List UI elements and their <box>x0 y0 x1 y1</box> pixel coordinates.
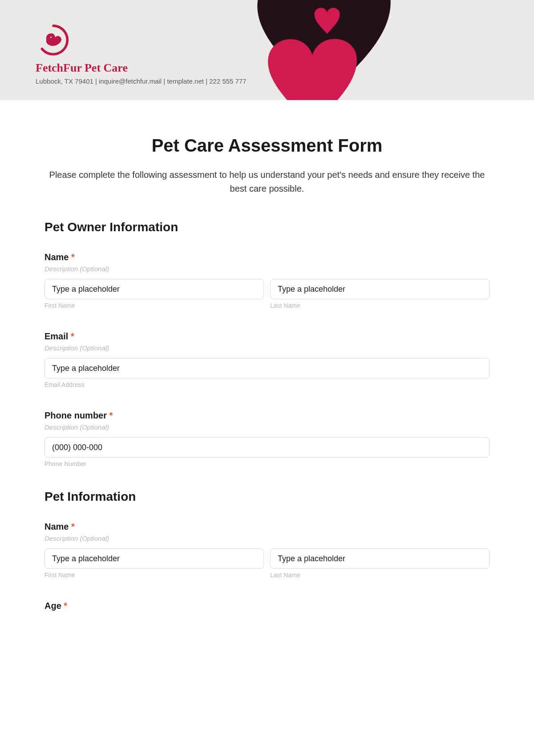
brand-logo-icon <box>36 22 71 58</box>
field-label: Phone number * <box>44 410 490 421</box>
field-owner-phone: Phone number * Description (Optional) Ph… <box>44 410 490 467</box>
required-indicator: * <box>71 522 75 531</box>
owner-first-name-input[interactable] <box>44 279 264 299</box>
form-content: Pet Care Assessment Form Please complete… <box>0 100 534 631</box>
field-description: Description (Optional) <box>44 423 490 431</box>
form-title: Pet Care Assessment Form <box>44 136 490 156</box>
field-description: Description (Optional) <box>44 535 490 542</box>
required-indicator: * <box>71 331 74 341</box>
field-label: Name * <box>44 522 490 532</box>
sublabel-email: Email Address <box>44 381 490 388</box>
field-owner-email: Email * Description (Optional) Email Add… <box>44 331 490 388</box>
field-pet-name: Name * Description (Optional) First Name… <box>44 522 490 579</box>
pet-last-name-input[interactable] <box>270 548 490 569</box>
owner-email-input[interactable] <box>44 358 490 378</box>
header-banner: FetchFur Pet Care Lubbock, TX 79401 | in… <box>0 0 534 100</box>
sublabel-first-name: First Name <box>44 302 264 309</box>
field-label: Age * <box>44 601 490 611</box>
required-indicator: * <box>109 410 113 420</box>
heart-decoration <box>245 0 534 100</box>
sublabel-last-name: Last Name <box>270 571 490 579</box>
label-text: Name <box>44 522 69 531</box>
field-label: Name * <box>44 252 490 262</box>
logo-block: FetchFur Pet Care Lubbock, TX 79401 | in… <box>36 22 247 85</box>
pet-first-name-input[interactable] <box>44 548 264 569</box>
label-text: Age <box>44 601 61 611</box>
label-text: Name <box>44 252 69 262</box>
field-description: Description (Optional) <box>44 265 490 273</box>
label-text: Email <box>44 331 68 341</box>
field-description: Description (Optional) <box>44 344 490 352</box>
sublabel-last-name: Last Name <box>270 302 490 309</box>
field-owner-name: Name * Description (Optional) First Name… <box>44 252 490 309</box>
owner-last-name-input[interactable] <box>270 279 490 299</box>
owner-phone-input[interactable] <box>44 437 490 458</box>
field-label: Email * <box>44 331 490 342</box>
sublabel-phone: Phone Number <box>44 460 490 467</box>
field-pet-age: Age * <box>44 601 490 611</box>
section-heading-owner: Pet Owner Information <box>44 220 490 234</box>
required-indicator: * <box>71 252 75 262</box>
brand-contact-line: Lubbock, TX 79401 | inquire@fetchfur.mai… <box>36 77 247 85</box>
section-heading-pet: Pet Information <box>44 490 490 504</box>
form-intro: Please complete the following assessment… <box>44 168 490 196</box>
required-indicator: * <box>64 601 67 611</box>
svg-point-0 <box>50 36 52 38</box>
sublabel-first-name: First Name <box>44 571 264 579</box>
label-text: Phone number <box>44 410 107 420</box>
brand-name: FetchFur Pet Care <box>36 61 247 75</box>
